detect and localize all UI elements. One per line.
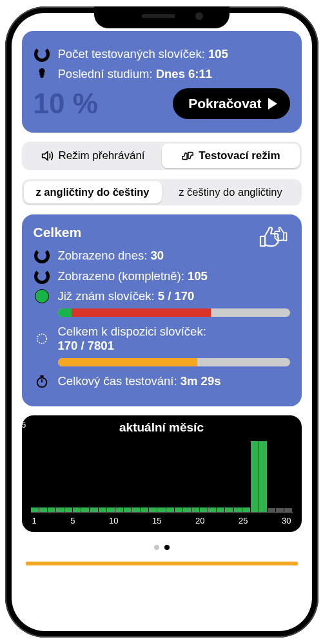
chart-bar: [208, 507, 216, 512]
known-value: 5 / 170: [158, 289, 195, 303]
avail-bar: [58, 358, 290, 366]
chart-bar: [200, 507, 208, 512]
chart-bar: [276, 508, 284, 512]
progress-card: Počet testovaných slovíček: 105 Poslední…: [22, 31, 302, 133]
chart-bar: [242, 507, 250, 512]
phone-frame: Počet testovaných slovíček: 105 Poslední…: [5, 6, 318, 638]
dot-green-icon: [34, 289, 50, 303]
chart-bar: [141, 507, 148, 512]
chart-bar: [99, 507, 106, 512]
x-tick: 10: [109, 516, 118, 526]
chart-bar: [157, 507, 165, 512]
chart-bar: [284, 508, 292, 512]
continue-label: Pokračovat: [188, 96, 261, 111]
play-icon: [268, 98, 277, 109]
stopwatch-icon: [34, 374, 50, 388]
thumbs-icon: [259, 226, 290, 254]
chart-bar: [64, 507, 72, 512]
chart-bar: [183, 507, 191, 512]
x-tick: 20: [195, 516, 204, 526]
time-row: Celkový čas testování: 3m 29s: [34, 374, 290, 388]
chart-y-label: 5: [22, 421, 26, 430]
shown-today-text: Zobrazeno dnes: 30: [58, 249, 164, 263]
known-row: Již znám slovíček: 5 / 170: [34, 289, 290, 303]
avail-text: Celkem k dispozici slovíček: 170 / 7801: [58, 325, 206, 353]
direction-segmented: z angličtiny do češtiny z češtiny do ang…: [22, 179, 302, 205]
stats-title: Celkem: [34, 225, 290, 240]
mode-test[interactable]: Testovací režim: [162, 144, 300, 168]
page-dots: [22, 545, 302, 550]
shown-today-value: 30: [150, 249, 164, 262]
chart-bar: [73, 507, 81, 512]
speaker-icon: [40, 149, 54, 163]
dir-cs-en-label: z češtiny do angličtiny: [179, 186, 282, 198]
shown-today-row: Zobrazeno dnes: 30: [34, 248, 290, 263]
dot-1[interactable]: [154, 545, 159, 550]
chart-bar: [175, 507, 182, 512]
chart-bar: [90, 507, 97, 512]
mode-play-label: Režim přehrávání: [58, 149, 144, 162]
ring-icon: [34, 269, 50, 284]
chart-bar: [124, 507, 132, 512]
shown-total-label: Zobrazeno (kompletně):: [58, 269, 184, 283]
known-bar-green: [58, 308, 72, 317]
mode-play[interactable]: Režim přehrávání: [24, 144, 162, 168]
mode-segmented: Režim přehrávání Testovací režim: [22, 142, 302, 170]
chart-bar: [259, 441, 267, 512]
device-notch: [94, 6, 230, 28]
chart-bar: [39, 507, 47, 512]
chart-bar: [234, 507, 242, 512]
time-label: Celkový čas testování:: [58, 374, 177, 388]
progress-footer: 10 % Pokračovat: [34, 88, 290, 120]
shown-today-label: Zobrazeno dnes:: [58, 249, 148, 262]
chart-bar: [166, 507, 174, 512]
known-label: Již znám slovíček:: [58, 289, 155, 303]
chart-title: aktuální měsíc: [31, 421, 293, 435]
percent-value: 10 %: [34, 88, 98, 120]
avail-label: Celkem k dispozici slovíček:: [58, 325, 206, 338]
chart-bar: [48, 507, 55, 512]
chart-bar: [149, 507, 157, 512]
content: Počet testovaných slovíček: 105 Poslední…: [12, 13, 312, 631]
chart-bar: [268, 508, 275, 512]
continue-button[interactable]: Pokračovat: [173, 88, 289, 119]
thumbs-pair-icon: [181, 149, 195, 163]
last-study-value: Dnes 6:11: [156, 67, 212, 80]
time-value: 3m 29s: [181, 374, 221, 388]
last-study-row: Poslední studium: Dnes 6:11: [34, 67, 290, 81]
svg-point-0: [37, 334, 46, 344]
chart-bar: [225, 507, 233, 512]
mode-test-label: Testovací režim: [199, 149, 280, 162]
dir-cs-en[interactable]: z češtiny do angličtiny: [162, 181, 300, 204]
person-icon: [34, 67, 50, 81]
chart-bar: [251, 441, 259, 512]
tested-label: Počet testovaných slovíček:: [58, 47, 205, 61]
avail-bar-orange: [58, 358, 197, 366]
known-text: Již znám slovíček: 5 / 170: [58, 289, 195, 303]
x-tick: 1: [32, 516, 37, 526]
avail-value: 170 / 7801: [58, 339, 114, 352]
dot-2[interactable]: [164, 545, 170, 550]
dir-en-cs-label: z angličtiny do češtiny: [35, 186, 149, 198]
shown-total-row: Zobrazeno (kompletně): 105: [34, 269, 290, 284]
chart-bar: [81, 507, 89, 512]
shown-total-text: Zobrazeno (kompletně): 105: [58, 269, 208, 283]
stats-card: Celkem Zobrazeno dnes: 30: [22, 214, 302, 406]
tested-row: Počet testovaných slovíček: 105: [34, 46, 290, 62]
avail-row: Celkem k dispozici slovíček: 170 / 7801: [34, 325, 290, 353]
chart-bar: [56, 507, 64, 512]
chart-bar: [115, 507, 123, 512]
known-bar: [58, 308, 290, 317]
last-study-label: Poslední studium:: [58, 67, 153, 80]
ring-icon: [34, 248, 50, 263]
chart-bar: [132, 507, 140, 512]
x-tick: 30: [282, 516, 291, 526]
known-bar-red: [72, 308, 211, 317]
dir-en-cs[interactable]: z angličtiny do češtiny: [24, 181, 162, 204]
ring-icon: [34, 46, 50, 62]
month-chart[interactable]: aktuální měsíc 5 151015202530: [22, 415, 302, 532]
chart-bar: [31, 507, 39, 512]
chart-x-axis: 151015202530: [31, 516, 293, 526]
chart-bar: [217, 507, 224, 512]
chart-bar: [191, 507, 199, 512]
